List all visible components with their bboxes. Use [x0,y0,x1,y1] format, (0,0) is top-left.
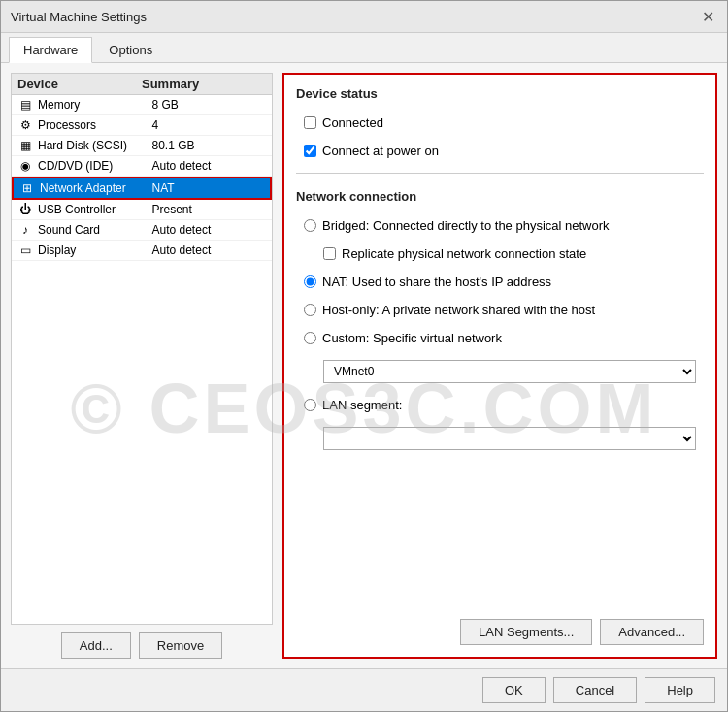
col-header-summary: Summary [142,77,266,91]
device-name: USB Controller [38,203,152,216]
table-row[interactable]: ▦Hard Disk (SCSI)80.1 GB [12,136,272,156]
connect-at-power-on-checkbox[interactable] [304,145,316,157]
nat-label: NAT: Used to share the host's IP address [322,275,551,289]
device-name: Memory [38,98,152,112]
custom-label: Custom: Specific virtual network [322,331,502,345]
device-summary: Auto detect [152,243,267,257]
main-content: Device Summary ▤Memory8 GB⚙Processors4▦H… [1,63,727,668]
help-button[interactable]: Help [645,677,715,703]
tab-bar: Hardware Options [1,33,727,63]
device-status-label: Device status [296,86,704,101]
device-name: Processors [38,118,152,132]
connected-row: Connected [304,115,704,130]
window-bottom: OK Cancel Help [1,668,727,711]
device-icon: ⊞ [19,181,35,195]
device-icon: ⚙ [17,118,33,132]
cancel-button[interactable]: Cancel [553,677,637,703]
device-name: Sound Card [38,223,152,237]
lan-segments-button[interactable]: LAN Segments... [460,619,592,645]
device-icon: ▭ [17,243,33,257]
custom-radio[interactable] [304,332,316,344]
connect-at-power-on-row: Connect at power on [304,144,704,158]
device-rows-container: ▤Memory8 GB⚙Processors4▦Hard Disk (SCSI)… [12,95,272,261]
device-name: Hard Disk (SCSI) [38,139,152,152]
device-summary: 80.1 GB [152,139,267,152]
device-icon: ◉ [17,159,33,173]
table-row[interactable]: ◉CD/DVD (IDE)Auto detect [12,156,272,177]
bridged-radio[interactable] [304,219,316,232]
device-name: Display [38,243,152,257]
virtual-machine-settings-window: Virtual Machine Settings ✕ Hardware Opti… [0,0,728,712]
device-summary: Present [152,203,267,216]
custom-row: Custom: Specific virtual network [304,331,704,345]
lan-segment-dropdown-row [323,427,696,450]
window-title: Virtual Machine Settings [11,10,147,24]
device-table: Device Summary ▤Memory8 GB⚙Processors4▦H… [11,73,273,625]
device-icon: ♪ [17,223,33,237]
connected-checkbox[interactable] [304,116,316,129]
left-panel: Device Summary ▤Memory8 GB⚙Processors4▦H… [11,73,273,659]
table-row[interactable]: ⏻USB ControllerPresent [12,200,272,220]
lan-segment-dropdown[interactable] [323,427,696,450]
close-button[interactable]: ✕ [698,7,717,26]
device-summary: Auto detect [152,159,267,173]
tab-hardware[interactable]: Hardware [9,37,92,63]
left-buttons: Add... Remove [11,632,273,659]
device-summary: NAT [152,181,265,195]
connect-at-power-on-label: Connect at power on [322,144,439,158]
connected-label: Connected [322,115,383,130]
remove-button[interactable]: Remove [139,632,222,659]
nat-row: NAT: Used to share the host's IP address [304,275,704,289]
device-name: Network Adapter [40,181,152,195]
device-summary: Auto detect [152,223,267,237]
add-button[interactable]: Add... [61,632,131,659]
section-divider-1 [296,173,704,174]
right-panel: Device status Connected Connect at power… [282,73,717,659]
table-row[interactable]: ⚙Processors4 [12,115,272,136]
device-name: CD/DVD (IDE) [38,159,152,173]
tab-options[interactable]: Options [94,37,167,62]
device-icon: ⏻ [17,203,33,216]
bridged-row: Bridged: Connected directly to the physi… [304,218,704,233]
advanced-button[interactable]: Advanced... [600,619,704,645]
right-bottom-buttons: LAN Segments... Advanced... [296,619,704,645]
lan-segment-row: LAN segment: [304,398,704,412]
vmnet-dropdown[interactable]: VMnet0 VMnet1 VMnet2 VMnet8 [323,360,696,383]
bridged-label: Bridged: Connected directly to the physi… [322,218,610,233]
table-header: Device Summary [12,74,272,95]
table-row[interactable]: ▭DisplayAuto detect [12,241,272,261]
lan-segment-label: LAN segment: [322,398,402,412]
replicate-checkbox[interactable] [323,247,336,260]
host-only-label: Host-only: A private network shared with… [322,303,595,317]
table-row[interactable]: ⊞Network AdapterNAT [12,177,272,200]
lan-segment-radio[interactable] [304,399,316,411]
replicate-label: Replicate physical network connection st… [342,246,586,261]
host-only-row: Host-only: A private network shared with… [304,303,704,317]
col-header-device: Device [17,77,142,91]
nat-radio[interactable] [304,275,316,288]
vmnet-dropdown-row: VMnet0 VMnet1 VMnet2 VMnet8 [323,360,696,383]
ok-button[interactable]: OK [482,677,546,703]
replicate-row: Replicate physical network connection st… [323,246,704,261]
device-icon: ▦ [17,139,33,152]
device-summary: 8 GB [152,98,267,112]
device-summary: 4 [152,118,267,132]
table-row[interactable]: ♪Sound CardAuto detect [12,220,272,241]
device-icon: ▤ [17,98,33,112]
network-connection-label: Network connection [296,189,704,204]
title-bar: Virtual Machine Settings ✕ [1,1,727,33]
table-row[interactable]: ▤Memory8 GB [12,95,272,115]
host-only-radio[interactable] [304,304,316,316]
